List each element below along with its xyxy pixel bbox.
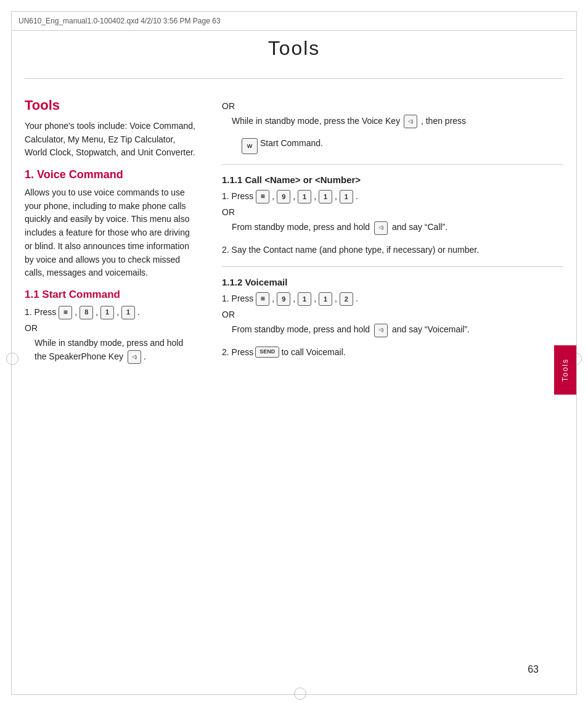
header-bar: UN610_Eng_manual1.0-100402.qxd 4/2/10 3:…	[11, 11, 577, 31]
side-tab-label: Tools	[561, 358, 570, 382]
side-tab: Tools	[554, 345, 576, 395]
page-number: 63	[528, 664, 539, 675]
header-text: UN610_Eng_manual1.0-100402.qxd 4/2/10 3:…	[18, 17, 221, 25]
page-border	[11, 11, 577, 695]
